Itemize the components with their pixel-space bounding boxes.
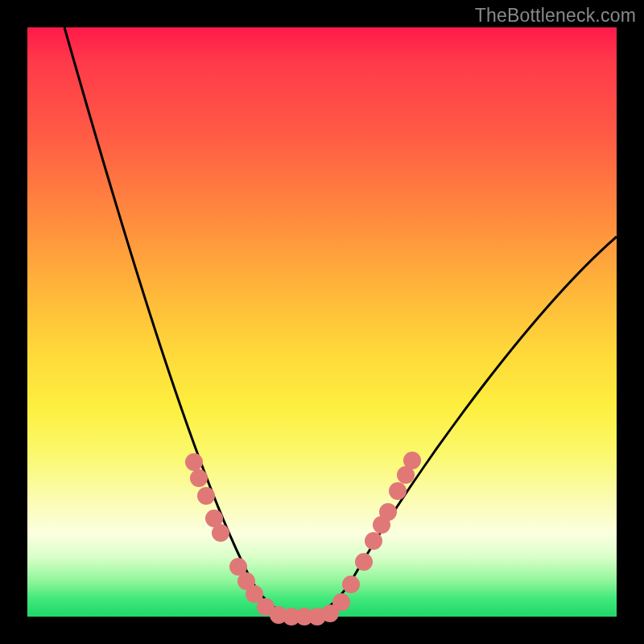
chart-frame: TheBottleneck.com <box>0 0 644 644</box>
bottleneck-curve <box>64 27 617 617</box>
data-marker <box>342 576 360 593</box>
data-marker <box>190 469 208 487</box>
data-marker <box>185 453 203 471</box>
data-marker <box>389 482 407 500</box>
data-marker <box>379 503 397 521</box>
data-marker <box>365 532 382 550</box>
curve-layer <box>27 27 617 617</box>
data-marker <box>355 553 373 571</box>
data-marker <box>403 452 421 469</box>
watermark-text: TheBottleneck.com <box>475 5 636 27</box>
data-marker <box>212 524 229 542</box>
plot-area <box>27 27 617 617</box>
data-marker <box>197 487 215 505</box>
data-marker <box>332 593 350 611</box>
